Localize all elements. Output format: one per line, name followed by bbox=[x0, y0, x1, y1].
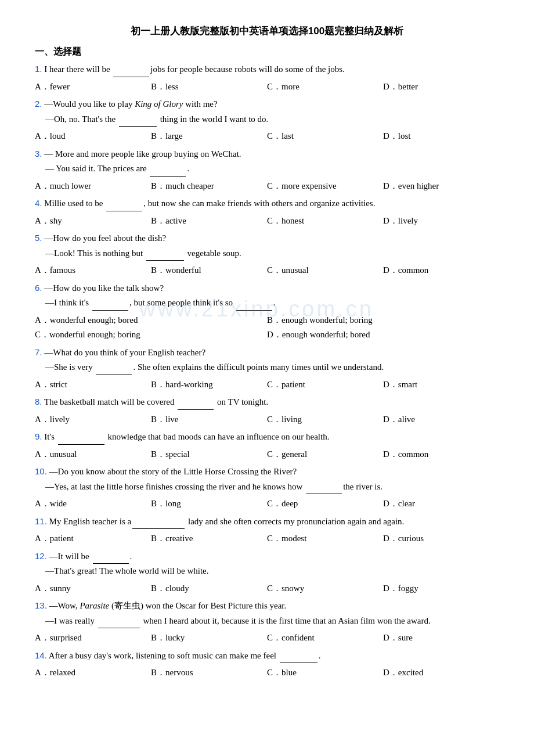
q10-text: —Do you know about the story of the Litt… bbox=[49, 467, 297, 476]
q12-optB: B．cloudy bbox=[151, 581, 267, 596]
question-10: 10. —Do you know about the story of the … bbox=[35, 464, 499, 494]
q14-text: After a busy day's work, listening to so… bbox=[49, 651, 321, 660]
q3-options: A．much lower B．much cheaper C．more expen… bbox=[35, 179, 499, 194]
q5-num: 5. bbox=[35, 233, 42, 243]
q13-line2: —I was really when I heard about it, bec… bbox=[45, 614, 499, 629]
q12-optC: C．snowy bbox=[267, 581, 383, 596]
q14-optB: B．nervous bbox=[151, 665, 267, 681]
q12-optA: A．sunny bbox=[35, 581, 151, 596]
q6-options: A．wonderful enough; bored B．enough wonde… bbox=[35, 313, 499, 343]
q1-options: A．fewer B．less C．more D．better bbox=[35, 80, 499, 95]
q7-optA: A．strict bbox=[35, 377, 151, 393]
q6-line2: —I think it's , but some people think it… bbox=[45, 296, 499, 311]
q2-options: A．loud B．large C．last D．lost bbox=[35, 129, 499, 144]
q10-optD: D．clear bbox=[383, 496, 499, 512]
q8-optA: A．lively bbox=[35, 412, 151, 427]
q2-optB: B．large bbox=[151, 129, 267, 144]
q11-text: My English teacher is a lady and she oft… bbox=[49, 517, 405, 526]
q6-text: —How do you like the talk show? bbox=[44, 283, 164, 293]
question-2: 2. —Would you like to play King of Glory… bbox=[35, 96, 499, 127]
q12-optD: D．foggy bbox=[383, 581, 499, 596]
q3-line2: — You said it. The prices are . bbox=[45, 161, 499, 177]
q2-optC: C．last bbox=[267, 129, 383, 144]
q2-optD: D．lost bbox=[383, 129, 499, 144]
q7-num: 7. bbox=[35, 347, 42, 357]
q9-optC: C．general bbox=[267, 447, 383, 462]
q6-optC: C．wonderful enough; boring bbox=[35, 327, 267, 343]
q11-optC: C．modest bbox=[267, 531, 383, 546]
q12-text: —It will be . bbox=[49, 552, 132, 561]
q13-optA: A．surprised bbox=[35, 631, 151, 646]
q6-optA: A．wonderful enough; bored bbox=[35, 313, 267, 328]
q14-optD: D．excited bbox=[383, 665, 499, 681]
q5-line2: —Look! This is nothing but vegetable sou… bbox=[45, 246, 499, 261]
q10-optA: A．wide bbox=[35, 496, 151, 512]
q4-optA: A．shy bbox=[35, 214, 151, 229]
page-title: 初一上册人教版完整版初中英语单项选择100题完整归纳及解析 bbox=[35, 23, 499, 40]
q14-optA: A．relaxed bbox=[35, 665, 151, 681]
q10-options: A．wide B．long C．deep D．clear bbox=[35, 496, 499, 512]
q1-optB: B．less bbox=[151, 80, 267, 95]
q7-optB: B．hard-working bbox=[151, 377, 267, 393]
q3-text: — More and more people like group buying… bbox=[44, 149, 241, 159]
q8-num: 8. bbox=[35, 397, 42, 406]
q8-optD: D．alive bbox=[383, 412, 499, 427]
q12-num: 12. bbox=[35, 551, 47, 561]
q4-optD: D．lively bbox=[383, 214, 499, 229]
q4-optB: B．active bbox=[151, 214, 267, 229]
question-9: 9. It's knowledge that bad moods can hav… bbox=[35, 429, 499, 445]
q13-optC: C．confident bbox=[267, 631, 383, 646]
q10-line2: —Yes, at last the little horse finishes … bbox=[45, 480, 499, 495]
question-6: 6. —How do you like the talk show? —I th… bbox=[35, 280, 499, 311]
q9-text: It's knowledge that bad moods can have a… bbox=[44, 432, 329, 441]
q11-options: A．patient B．creative C．modest D．curious bbox=[35, 531, 499, 546]
q8-optB: B．live bbox=[151, 412, 267, 427]
q2-num: 2. bbox=[35, 99, 42, 109]
q1-optA: A．fewer bbox=[35, 80, 151, 95]
q13-optD: D．sure bbox=[383, 631, 499, 646]
q3-optC: C．more expensive bbox=[267, 179, 383, 194]
q12-line2: —That's great! The whole world will be w… bbox=[45, 564, 499, 579]
q7-optC: C．patient bbox=[267, 377, 383, 393]
q10-num: 10. bbox=[35, 466, 47, 476]
q5-options: A．famous B．wonderful C．unusual D．common bbox=[35, 263, 499, 278]
q5-optC: C．unusual bbox=[267, 263, 383, 278]
q3-num: 3. bbox=[35, 149, 42, 159]
q7-options: A．strict B．hard-working C．patient D．smar… bbox=[35, 377, 499, 393]
question-7: 7. —What do you think of your English te… bbox=[35, 345, 499, 375]
q14-num: 14. bbox=[35, 650, 47, 660]
question-12: 12. —It will be . —That's great! The who… bbox=[35, 549, 499, 579]
q5-optB: B．wonderful bbox=[151, 263, 267, 278]
question-4: 4. Millie used to be , but now she can m… bbox=[35, 196, 499, 211]
question-11: 11. My English teacher is a lady and she… bbox=[35, 514, 499, 530]
question-3: 3. — More and more people like group buy… bbox=[35, 146, 499, 177]
q3-optA: A．much lower bbox=[35, 179, 151, 194]
q5-text: —How do you feel about the dish? bbox=[44, 233, 166, 243]
q11-num: 11. bbox=[35, 516, 47, 526]
q5-optD: D．common bbox=[383, 263, 499, 278]
q9-optA: A．unusual bbox=[35, 447, 151, 462]
q6-num: 6. bbox=[35, 283, 42, 293]
q4-options: A．shy B．active C．honest D．lively bbox=[35, 214, 499, 229]
q9-options: A．unusual B．special C．general D．common bbox=[35, 447, 499, 462]
q1-text: I hear there will be jobs for people bec… bbox=[44, 64, 345, 74]
q4-text: Millie used to be , but now she can make… bbox=[44, 199, 375, 208]
q9-optB: B．special bbox=[151, 447, 267, 462]
q6-optD: D．enough wonderful; bored bbox=[267, 327, 499, 343]
q7-text: —What do you think of your English teach… bbox=[44, 348, 205, 357]
q10-optC: C．deep bbox=[267, 496, 383, 512]
q3-optD: D．even higher bbox=[383, 179, 499, 194]
q6-optB: B．enough wonderful; boring bbox=[267, 313, 499, 328]
q13-num: 13. bbox=[35, 600, 47, 610]
q8-optC: C．living bbox=[267, 412, 383, 427]
q12-options: A．sunny B．cloudy C．snowy D．foggy bbox=[35, 581, 499, 596]
q11-optD: D．curious bbox=[383, 531, 499, 546]
question-8: 8. The basketball match will be covered … bbox=[35, 394, 499, 410]
q7-optD: D．smart bbox=[383, 377, 499, 393]
q13-text: —Wow, Parasite (寄生虫) won the Oscar for B… bbox=[49, 601, 287, 610]
q13-options: A．surprised B．lucky C．confident D．sure bbox=[35, 631, 499, 646]
question-13: 13. —Wow, Parasite (寄生虫) won the Oscar f… bbox=[35, 598, 499, 628]
q1-optC: C．more bbox=[267, 80, 383, 95]
q14-options: A．relaxed B．nervous C．blue D．excited bbox=[35, 665, 499, 681]
q5-optA: A．famous bbox=[35, 263, 151, 278]
